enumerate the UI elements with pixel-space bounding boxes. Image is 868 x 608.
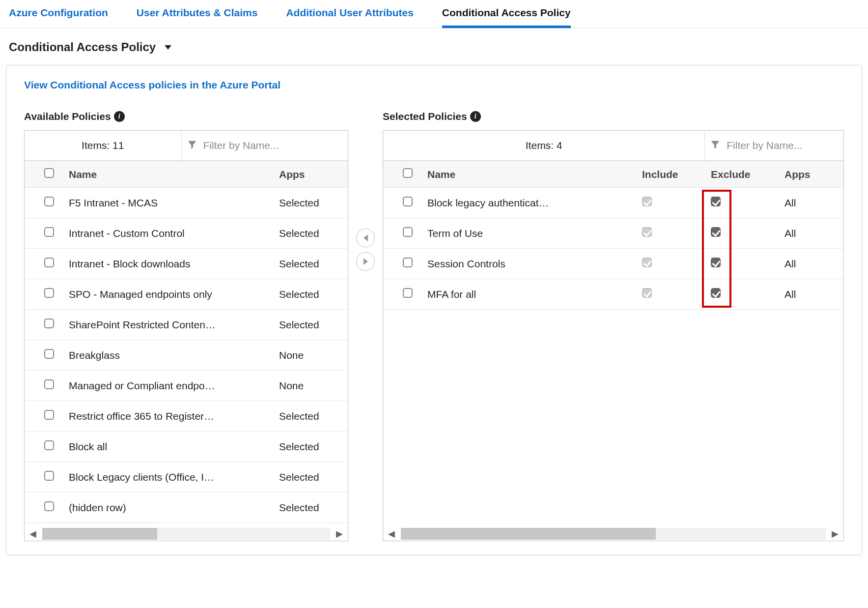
include-checkbox [642, 288, 652, 298]
row-checkbox[interactable] [44, 227, 54, 237]
row-apps: All [784, 258, 839, 270]
row-apps: Selected [279, 441, 343, 453]
row-name: Term of Use [427, 228, 642, 239]
table-row[interactable]: Intranet - Custom ControlSelected [25, 218, 348, 249]
hscroll-track[interactable] [401, 528, 826, 540]
row-checkbox[interactable] [403, 288, 413, 298]
row-name: Block all [69, 441, 279, 453]
scroll-right-icon[interactable]: ▶ [333, 527, 346, 540]
row-checkbox[interactable] [44, 471, 54, 481]
hscroll-track[interactable] [42, 528, 330, 540]
row-checkbox[interactable] [44, 288, 54, 298]
tab-user-attributes-claims[interactable]: User Attributes & Claims [137, 7, 258, 28]
row-name: Session Controls [427, 258, 642, 270]
row-apps: Selected [279, 228, 343, 239]
section-title: Conditional Access Policy [9, 40, 156, 54]
table-row[interactable]: Intranet - Block downloadsSelected [25, 249, 348, 279]
available-title: Available Policies i [24, 111, 348, 122]
row-checkbox[interactable] [44, 440, 54, 450]
scroll-right-icon[interactable]: ▶ [829, 527, 841, 540]
row-apps: Selected [279, 502, 343, 514]
row-apps: Selected [279, 319, 343, 331]
available-select-all-checkbox[interactable] [44, 168, 54, 178]
tab-azure-configuration[interactable]: Azure Configuration [9, 7, 108, 28]
table-row[interactable]: Block Legacy clients (Office, I…Selected [25, 462, 348, 492]
row-name: F5 Intranet - MCAS [69, 197, 279, 209]
selected-select-all-checkbox[interactable] [403, 168, 413, 178]
nav-tabs: Azure Configuration User Attributes & Cl… [0, 0, 868, 29]
table-row[interactable]: (hidden row)Selected [25, 492, 348, 523]
available-header-name[interactable]: Name [69, 169, 279, 180]
azure-portal-link[interactable]: View Conditional Access policies in the … [24, 79, 844, 91]
table-row[interactable]: Block allSelected [25, 432, 348, 462]
available-title-text: Available Policies [24, 111, 111, 122]
selected-filter-input[interactable] [727, 140, 839, 151]
exclude-checkbox[interactable] [711, 227, 721, 237]
table-row[interactable]: SharePoint Restricted Conten…Selected [25, 310, 348, 340]
row-name: Breakglass [69, 349, 279, 361]
filter-icon [187, 139, 197, 152]
available-header-apps[interactable]: Apps [279, 169, 343, 180]
include-checkbox [642, 197, 652, 206]
selected-header-name[interactable]: Name [427, 169, 642, 180]
table-row[interactable]: MFA for allAll [383, 279, 843, 310]
selected-title: Selected Policies i [383, 111, 844, 122]
table-row[interactable]: Term of UseAll [383, 218, 843, 249]
row-checkbox[interactable] [403, 258, 413, 267]
row-checkbox[interactable] [403, 227, 413, 237]
mover-buttons [356, 229, 375, 271]
row-apps: Selected [279, 258, 343, 270]
row-checkbox[interactable] [44, 258, 54, 267]
row-apps: Selected [279, 197, 343, 209]
row-checkbox[interactable] [44, 349, 54, 359]
row-name: SharePoint Restricted Conten… [69, 319, 279, 331]
row-checkbox[interactable] [44, 379, 54, 389]
tab-additional-user-attributes[interactable]: Additional User Attributes [286, 7, 413, 28]
row-name: Managed or Compliant endpo… [69, 380, 279, 392]
section-title-row[interactable]: Conditional Access Policy [0, 29, 868, 65]
move-right-button[interactable] [356, 252, 375, 271]
exclude-checkbox[interactable] [711, 197, 721, 206]
table-row[interactable]: SPO - Managed endpoints onlySelected [25, 279, 348, 310]
exclude-checkbox[interactable] [711, 288, 721, 298]
selected-title-text: Selected Policies [383, 111, 467, 122]
row-apps: None [279, 380, 343, 392]
row-name: (hidden row) [69, 502, 279, 514]
available-rows[interactable]: F5 Intranet - MCASSelectedIntranet - Cus… [25, 188, 348, 527]
selected-header-exclude[interactable]: Exclude [711, 169, 784, 180]
selected-header-apps[interactable]: Apps [784, 169, 839, 180]
row-name: SPO - Managed endpoints only [69, 289, 279, 300]
available-filter-input[interactable] [203, 140, 343, 151]
row-checkbox[interactable] [44, 410, 54, 420]
row-apps: None [279, 349, 343, 361]
selected-rows: Block legacy authenticat…AllTerm of UseA… [383, 188, 843, 527]
main-panel: View Conditional Access policies in the … [6, 65, 862, 555]
table-row[interactable]: Restrict office 365 to Register…Selected [25, 401, 348, 432]
row-checkbox[interactable] [44, 197, 54, 206]
available-count: Items: 11 [25, 131, 182, 160]
info-icon[interactable]: i [114, 111, 125, 122]
table-row[interactable]: Block legacy authenticat…All [383, 188, 843, 218]
row-apps: Selected [279, 410, 343, 422]
include-checkbox [642, 227, 652, 237]
row-name: Block Legacy clients (Office, I… [69, 471, 279, 483]
row-checkbox[interactable] [403, 197, 413, 206]
row-checkbox[interactable] [44, 318, 54, 328]
table-row[interactable]: BreakglassNone [25, 340, 348, 371]
row-apps: Selected [279, 471, 343, 483]
row-name: Block legacy authenticat… [427, 197, 642, 209]
scroll-left-icon[interactable]: ◀ [385, 527, 398, 540]
tab-conditional-access-policy[interactable]: Conditional Access Policy [442, 7, 571, 28]
row-checkbox[interactable] [44, 501, 54, 511]
table-row[interactable]: Session ControlsAll [383, 249, 843, 279]
scroll-left-icon[interactable]: ◀ [27, 527, 39, 540]
exclude-checkbox[interactable] [711, 258, 721, 267]
row-name: MFA for all [427, 289, 642, 300]
table-row[interactable]: Managed or Compliant endpo…None [25, 371, 348, 401]
info-icon[interactable]: i [470, 111, 481, 122]
selected-header-include[interactable]: Include [642, 169, 711, 180]
table-row[interactable]: F5 Intranet - MCASSelected [25, 188, 348, 218]
move-left-button[interactable] [356, 229, 375, 247]
row-apps: All [784, 289, 839, 300]
row-apps: Selected [279, 289, 343, 300]
